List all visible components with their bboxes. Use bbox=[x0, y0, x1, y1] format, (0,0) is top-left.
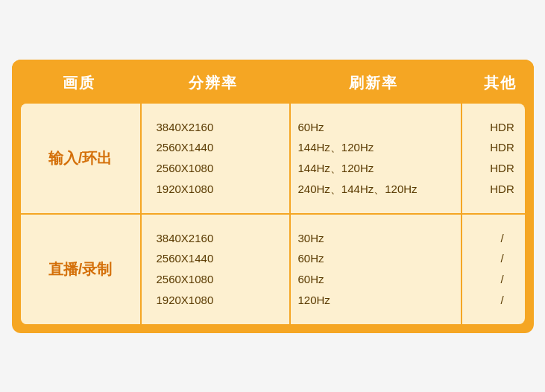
row-label-input: 输入/环出 bbox=[21, 104, 140, 213]
res-line: 2560X1080 bbox=[149, 269, 282, 290]
row-resolutions-streaming: 3840X2160 2560X1440 2560X1080 1920X1080 bbox=[140, 215, 289, 324]
res-line: 2560X1440 bbox=[149, 248, 282, 269]
other-line: / bbox=[470, 269, 525, 290]
header-refresh: 刷新率 bbox=[288, 73, 459, 93]
row-other-input: HDR HDR HDR HDR bbox=[461, 104, 525, 213]
other-line: / bbox=[470, 248, 525, 269]
table-row: 直播/录制 3840X2160 2560X1440 2560X1080 1920… bbox=[21, 215, 525, 324]
row-refresh-input: 60Hz 144Hz、120Hz 144Hz、120Hz 240Hz、144Hz… bbox=[289, 104, 461, 213]
res-line: 3840X2160 bbox=[149, 117, 282, 138]
res-line: 1920X1080 bbox=[149, 179, 282, 200]
row-refresh-streaming: 30Hz 60Hz 60Hz 120Hz bbox=[289, 215, 461, 324]
res-line: 3840X2160 bbox=[149, 228, 282, 249]
refresh-line: 60Hz bbox=[298, 269, 453, 290]
specs-table: 画质 分辨率 刷新率 其他 输入/环出 3840X2160 2560X1440 … bbox=[12, 60, 534, 333]
table-body: 输入/环出 3840X2160 2560X1440 2560X1080 1920… bbox=[21, 104, 525, 324]
other-line: HDR bbox=[470, 137, 525, 158]
refresh-line: 144Hz、120Hz bbox=[298, 137, 453, 158]
other-line: / bbox=[470, 290, 525, 311]
row-resolutions-input: 3840X2160 2560X1440 2560X1080 1920X1080 bbox=[140, 104, 289, 213]
table-row: 输入/环出 3840X2160 2560X1440 2560X1080 1920… bbox=[21, 104, 525, 215]
refresh-line: 120Hz bbox=[298, 290, 453, 311]
row-label-streaming: 直播/录制 bbox=[21, 215, 140, 324]
res-line: 1920X1080 bbox=[149, 290, 282, 311]
header-quality: 画质 bbox=[19, 73, 139, 93]
refresh-line: 60Hz bbox=[298, 117, 453, 138]
other-line: HDR bbox=[470, 117, 525, 138]
other-line: HDR bbox=[470, 179, 525, 200]
refresh-line: 60Hz bbox=[298, 248, 453, 269]
res-line: 2560X1080 bbox=[149, 158, 282, 179]
table-header: 画质 分辨率 刷新率 其他 bbox=[12, 60, 534, 104]
header-resolution: 分辨率 bbox=[139, 73, 288, 93]
row-other-streaming: / / / / bbox=[461, 215, 525, 324]
refresh-line: 240Hz、144Hz、120Hz bbox=[298, 179, 453, 200]
header-other: 其他 bbox=[459, 73, 534, 93]
refresh-line: 144Hz、120Hz bbox=[298, 158, 453, 179]
refresh-line: 30Hz bbox=[298, 228, 453, 249]
other-line: HDR bbox=[470, 158, 525, 179]
res-line: 2560X1440 bbox=[149, 137, 282, 158]
other-line: / bbox=[470, 228, 525, 249]
